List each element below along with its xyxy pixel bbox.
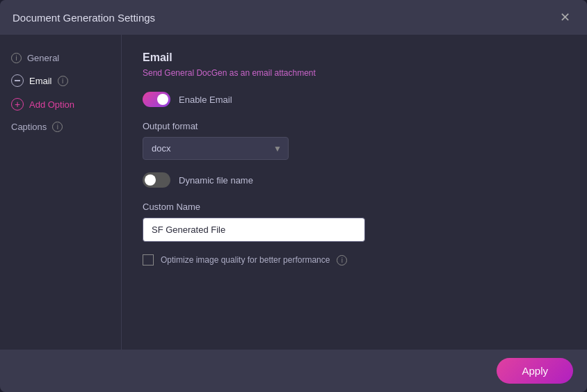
enable-email-toggle[interactable]: [143, 92, 170, 107]
subtitle-suffix: as an email attachment: [227, 68, 315, 78]
sidebar-item-general[interactable]: i General: [0, 47, 121, 69]
add-option-icon: +: [11, 98, 24, 111]
info-icon-captions: i: [52, 122, 63, 132]
toggle-thumb-dynamic: [145, 174, 156, 186]
sidebar-add-option[interactable]: + Add Option: [0, 92, 121, 116]
modal-header: Document Generation Settings ✕: [0, 0, 587, 35]
collapse-icon-email: [11, 74, 24, 87]
sidebar-general-label: General: [27, 53, 59, 63]
custom-name-field: Custom Name: [143, 202, 566, 242]
main-content: Email Send General DocGen as an email at…: [122, 35, 587, 350]
enable-email-label: Enable Email: [179, 95, 232, 105]
sidebar: i General Email i + Add Option Captions …: [0, 35, 122, 350]
custom-name-input[interactable]: [143, 218, 365, 242]
sidebar-email-label: Email: [29, 76, 52, 86]
optimize-image-row: Optimize image quality for better perfor…: [143, 254, 566, 266]
modal: Document Generation Settings ✕ i General…: [0, 0, 587, 392]
toggle-track[interactable]: [143, 92, 170, 107]
close-button[interactable]: ✕: [556, 10, 574, 25]
modal-body: i General Email i + Add Option Captions …: [0, 35, 587, 350]
sidebar-captions-label: Captions: [11, 122, 47, 132]
optimize-image-label: Optimize image quality for better perfor…: [161, 255, 330, 265]
section-subtitle: Send General DocGen as an email attachme…: [143, 68, 566, 78]
dynamic-file-name-toggle[interactable]: [143, 172, 170, 188]
subtitle-link: DocGen: [196, 68, 227, 78]
section-title: Email: [143, 51, 566, 64]
dynamic-file-name-label: Dynamic file name: [179, 175, 253, 186]
apply-button[interactable]: Apply: [497, 358, 573, 384]
info-icon-general: i: [11, 53, 22, 63]
output-format-select[interactable]: docx pdf xlsx: [143, 137, 289, 160]
enable-email-row: Enable Email: [143, 92, 566, 107]
info-icon-email: i: [58, 76, 68, 86]
toggle-track-dynamic[interactable]: [143, 172, 170, 188]
dynamic-file-name-row: Dynamic file name: [143, 172, 566, 188]
toggle-thumb: [157, 94, 168, 105]
output-format-select-wrapper: docx pdf xlsx ▼: [143, 137, 289, 160]
info-icon-optimize: i: [337, 255, 347, 266]
sidebar-item-email[interactable]: Email i: [0, 69, 121, 92]
custom-name-label: Custom Name: [143, 202, 566, 212]
output-format-field: Output format docx pdf xlsx ▼: [143, 121, 566, 160]
add-option-label: Add Option: [29, 99, 74, 110]
modal-title: Document Generation Settings: [13, 12, 155, 24]
modal-footer: Apply: [0, 350, 587, 392]
output-format-label: Output format: [143, 121, 566, 131]
sidebar-item-captions[interactable]: Captions i: [0, 116, 121, 138]
subtitle-prefix: Send General: [143, 68, 196, 78]
optimize-image-checkbox[interactable]: [143, 254, 154, 266]
